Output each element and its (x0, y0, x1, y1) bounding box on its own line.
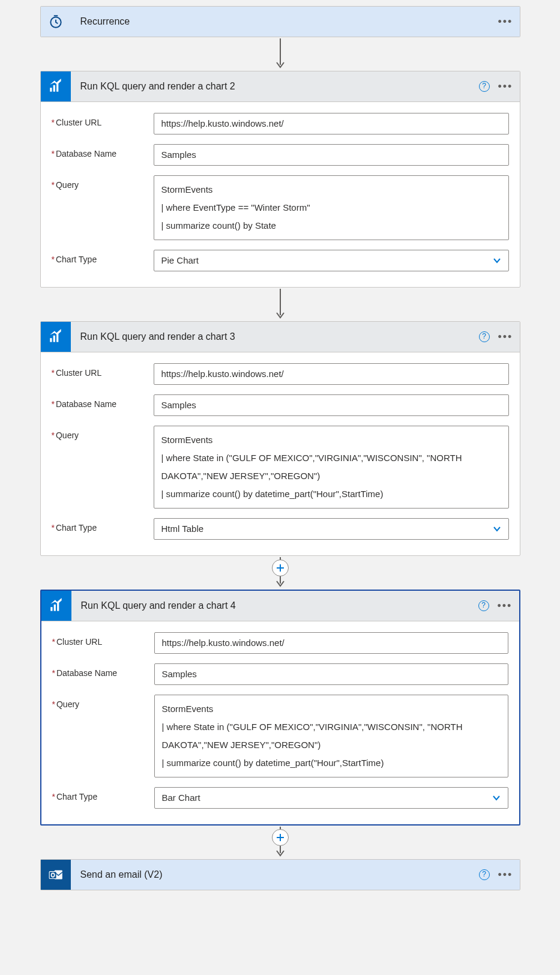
more-icon[interactable]: ••• (498, 603, 512, 608)
query-label: *Query (52, 175, 154, 190)
action-title: Run KQL query and render a chart 4 (71, 600, 478, 611)
database-name-label: *Database Name (52, 663, 154, 678)
kusto-icon (41, 71, 71, 101)
outlook-icon (41, 860, 71, 890)
action-header[interactable]: Run KQL query and render a chart 3 ? ••• (41, 322, 520, 352)
more-icon[interactable]: ••• (498, 872, 513, 877)
svg-rect-11 (53, 605, 55, 611)
chart-type-value: Pie Chart (161, 255, 199, 265)
more-icon[interactable]: ••• (498, 19, 513, 24)
cluster-url-input[interactable]: https://help.kusto.windows.net/ (154, 632, 508, 654)
chart-type-label: *Chart Type (52, 787, 154, 801)
database-name-input[interactable]: Samples (154, 663, 508, 685)
query-label: *Query (52, 426, 154, 440)
chart-type-select[interactable]: Bar Chart (154, 787, 508, 809)
action-header[interactable]: Run KQL query and render a chart 4 ? ••• (41, 591, 519, 621)
chevron-down-icon (493, 525, 501, 533)
action-body: *Cluster URL https://help.kusto.windows.… (41, 621, 519, 824)
database-name-label: *Database Name (52, 144, 154, 158)
chevron-down-icon (492, 794, 501, 802)
cluster-url-label: *Cluster URL (52, 113, 154, 127)
action-body: *Cluster URL https://help.kusto.windows.… (41, 102, 520, 287)
connector-arrow (273, 288, 288, 321)
add-step-button[interactable] (272, 560, 289, 576)
more-icon[interactable]: ••• (498, 334, 513, 339)
kusto-icon (41, 322, 71, 352)
cluster-url-label: *Cluster URL (52, 632, 154, 647)
help-icon[interactable]: ? (479, 869, 490, 880)
action-title: Send an email (V2) (71, 869, 479, 880)
chart-type-select[interactable]: Html Table (154, 518, 509, 540)
svg-rect-6 (50, 338, 52, 342)
cluster-url-label: *Cluster URL (52, 363, 154, 378)
kusto-icon (41, 591, 71, 621)
chart-type-label: *Chart Type (52, 250, 154, 264)
cluster-url-input[interactable]: https://help.kusto.windows.net/ (154, 113, 509, 134)
database-name-input[interactable]: Samples (154, 394, 509, 416)
action-card-kql-3[interactable]: Run KQL query and render a chart 3 ? •••… (40, 321, 520, 556)
svg-rect-7 (53, 336, 55, 342)
trigger-title: Recurrence (71, 16, 498, 27)
action-title: Run KQL query and render a chart 3 (71, 331, 479, 342)
help-icon[interactable]: ? (479, 331, 490, 342)
action-header[interactable]: Send an email (V2) ? ••• (41, 860, 520, 890)
chart-type-select[interactable]: Pie Chart (154, 250, 509, 271)
help-icon[interactable]: ? (478, 600, 489, 611)
connector-arrow (273, 556, 288, 590)
database-name-label: *Database Name (52, 394, 154, 409)
add-step-button[interactable] (272, 829, 289, 846)
more-icon[interactable]: ••• (498, 84, 513, 89)
action-card-send-email[interactable]: Send an email (V2) ? ••• (40, 859, 520, 890)
help-icon[interactable]: ? (479, 81, 490, 92)
trigger-card[interactable]: Recurrence ••• (40, 6, 520, 37)
chart-type-value: Bar Chart (162, 792, 200, 803)
action-header[interactable]: Run KQL query and render a chart 2 ? ••• (41, 71, 520, 102)
svg-rect-3 (53, 85, 55, 92)
chevron-down-icon (493, 256, 501, 265)
query-input[interactable]: StormEvents | where State in ("GULF OF M… (154, 695, 508, 777)
query-input[interactable]: StormEvents | where EventType == "Winter… (154, 175, 509, 240)
cluster-url-input[interactable]: https://help.kusto.windows.net/ (154, 363, 509, 385)
recurrence-icon (41, 7, 71, 37)
action-body: *Cluster URL https://help.kusto.windows.… (41, 352, 520, 555)
chart-type-label: *Chart Type (52, 518, 154, 533)
chart-type-value: Html Table (161, 524, 204, 534)
action-card-kql-4[interactable]: Run KQL query and render a chart 4 ? •••… (40, 590, 520, 826)
connector-arrow (273, 37, 288, 71)
trigger-header[interactable]: Recurrence ••• (41, 7, 520, 37)
svg-rect-2 (50, 88, 52, 92)
action-title: Run KQL query and render a chart 2 (71, 81, 479, 92)
query-label: *Query (52, 695, 154, 709)
database-name-input[interactable]: Samples (154, 144, 509, 166)
query-input[interactable]: StormEvents | where State in ("GULF OF M… (154, 426, 509, 509)
svg-rect-10 (50, 607, 52, 611)
connector-arrow (273, 826, 288, 859)
action-card-kql-2[interactable]: Run KQL query and render a chart 2 ? •••… (40, 71, 520, 288)
